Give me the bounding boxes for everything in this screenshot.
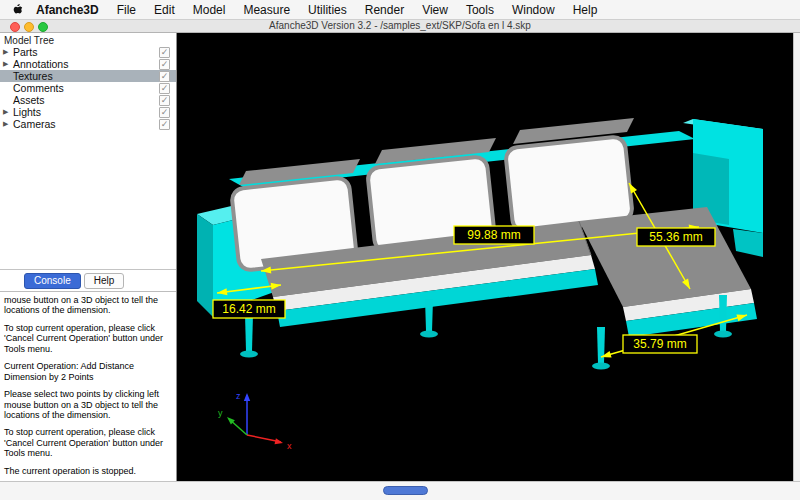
- console-tab-bar: Console Help: [0, 272, 176, 290]
- dimension-label: 99.88 mm: [467, 228, 520, 242]
- tree-item-annotations[interactable]: ▶ Annotations ✓: [0, 58, 176, 70]
- dimension-label: 55.36 mm: [649, 230, 702, 244]
- menu-item-view[interactable]: View: [413, 3, 457, 17]
- disclosure-icon[interactable]: ▶: [3, 47, 13, 57]
- console-message: mouse button on a 3D object to tell the …: [4, 295, 172, 316]
- dimension-label: 16.42 mm: [222, 302, 275, 316]
- menu-item-utilities[interactable]: Utilities: [299, 3, 356, 17]
- console-message: To stop current operation, please click …: [4, 427, 172, 458]
- zoom-button[interactable]: [38, 22, 48, 32]
- tree-item-comments[interactable]: Comments ✓: [0, 82, 176, 94]
- panel-divider: [0, 269, 176, 270]
- sidebar: Model Tree ▶ Parts ✓ ▶ Annotations ✓ Tex…: [0, 33, 177, 481]
- tab-help[interactable]: Help: [84, 273, 125, 289]
- disclosure-icon[interactable]: ▶: [3, 59, 13, 69]
- right-base: [733, 229, 763, 257]
- minimize-button[interactable]: [24, 22, 34, 32]
- menu-item-afanche3d[interactable]: Afanche3D: [27, 3, 108, 17]
- tree-item-parts[interactable]: ▶ Parts ✓: [0, 46, 176, 58]
- checkbox-textures[interactable]: ✓: [159, 71, 170, 82]
- checkbox-comments[interactable]: ✓: [159, 83, 170, 94]
- menu-item-window[interactable]: Window: [503, 3, 564, 17]
- tree-item-lights[interactable]: ▶ Lights ✓: [0, 106, 176, 118]
- vertical-scrollbar[interactable]: [793, 33, 800, 481]
- menu-item-help[interactable]: Help: [564, 3, 607, 17]
- model-tree: ▶ Parts ✓ ▶ Annotations ✓ Textures ✓ Com…: [0, 46, 176, 130]
- axis-triad: z x y: [218, 391, 292, 451]
- checkbox-cameras[interactable]: ✓: [159, 119, 170, 130]
- title-bar: Afanche3D Version 3.2 - /samples_ext/SKP…: [0, 20, 800, 33]
- close-button[interactable]: [10, 22, 20, 32]
- disclosure-icon[interactable]: ▶: [3, 107, 13, 117]
- tree-item-assets[interactable]: Assets ✓: [0, 94, 176, 106]
- axis-x-label: x: [287, 441, 292, 451]
- console-message: Current Operation: Add Distance Dimensio…: [4, 361, 172, 382]
- checkbox-lights[interactable]: ✓: [159, 107, 170, 118]
- checkbox-assets[interactable]: ✓: [159, 95, 170, 106]
- console-message: The current operation is stopped.: [4, 466, 172, 476]
- disclosure-icon[interactable]: ▶: [3, 119, 13, 129]
- console-log: mouse button on a 3D object to tell the …: [0, 291, 176, 481]
- tree-item-cameras[interactable]: ▶ Cameras ✓: [0, 118, 176, 130]
- console-message: To stop current operation, please click …: [4, 323, 172, 354]
- axis-y-label: y: [218, 408, 223, 418]
- menu-bar: Afanche3D File Edit Model Measure Utilit…: [0, 0, 800, 20]
- sofa-render: 99.88 mm 55.36 mm 16.42 mm 35.79 mm z x …: [177, 33, 793, 481]
- tab-console[interactable]: Console: [24, 273, 81, 289]
- horizontal-scrollbar-thumb[interactable]: [383, 486, 428, 495]
- menu-item-model[interactable]: Model: [184, 3, 235, 17]
- menu-item-file[interactable]: File: [108, 3, 145, 17]
- apple-icon[interactable]: [12, 3, 23, 16]
- sofa-left-arm-side: [197, 214, 213, 317]
- menu-item-edit[interactable]: Edit: [145, 3, 184, 17]
- menu-item-render[interactable]: Render: [356, 3, 413, 17]
- menu-item-measure[interactable]: Measure: [234, 3, 299, 17]
- menu-item-tools[interactable]: Tools: [457, 3, 503, 17]
- axis-z-label: z: [236, 391, 241, 401]
- window-title: Afanche3D Version 3.2 - /samples_ext/SKP…: [0, 20, 800, 32]
- model-tree-header: Model Tree: [0, 33, 176, 46]
- tree-item-textures[interactable]: Textures ✓: [0, 70, 176, 82]
- dimension-label: 35.79 mm: [633, 337, 686, 351]
- viewport-3d[interactable]: 99.88 mm 55.36 mm 16.42 mm 35.79 mm z x …: [177, 33, 793, 481]
- checkbox-parts[interactable]: ✓: [159, 47, 170, 58]
- console-message: Please select two points by clicking lef…: [4, 389, 172, 420]
- horizontal-scrollbar[interactable]: [0, 481, 800, 500]
- checkbox-annotations[interactable]: ✓: [159, 59, 170, 70]
